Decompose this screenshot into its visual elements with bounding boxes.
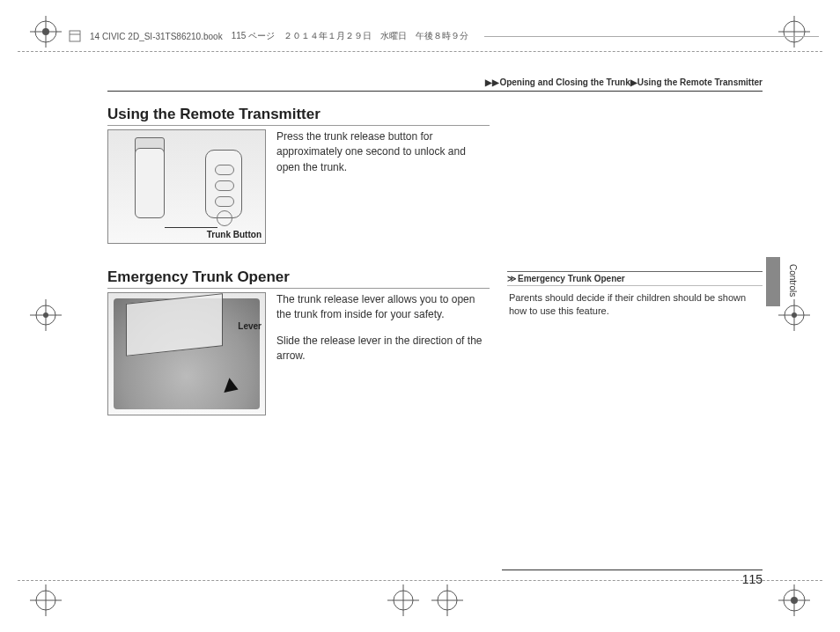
breadcrumb-part2: Using the Remote Transmitter <box>637 77 763 87</box>
svg-point-25 <box>791 597 798 604</box>
svg-rect-28 <box>70 31 80 41</box>
chapter-tab-label: Controls <box>788 264 798 297</box>
main-content: Using the Remote Transmitter Trunk Butto… <box>107 106 763 579</box>
breadcrumb-arrow-icon: ▶ <box>630 77 637 87</box>
reg-mark-icon <box>778 584 810 616</box>
page-number: 115 <box>502 570 763 586</box>
breadcrumb-arrow-icon: ▶▶ <box>485 77 499 87</box>
svg-point-11 <box>785 305 804 325</box>
note-title: Emergency Trunk Opener <box>518 274 625 283</box>
breadcrumb-part1: Opening and Closing the Trunk <box>499 77 630 87</box>
page-boundary-dashed <box>18 51 822 52</box>
section1-body: Press the trunk release button for appro… <box>276 129 488 175</box>
book-icon <box>69 30 81 42</box>
note-marker-icon: ≫ <box>507 274 516 283</box>
book-page-tag: 115 ページ <box>232 30 275 42</box>
section2-body2: Slide the release lever in the direction… <box>276 334 488 364</box>
svg-point-18 <box>394 591 413 610</box>
svg-point-0 <box>35 21 56 42</box>
remote-transmitter-illustration: Trunk Button <box>107 129 266 244</box>
svg-point-1 <box>42 28 49 35</box>
reg-mark-icon <box>387 584 419 616</box>
section1-title: Using the Remote Transmitter <box>107 106 490 126</box>
svg-point-12 <box>792 312 797 318</box>
reg-mark-icon <box>431 584 463 616</box>
reg-mark-icon <box>30 16 62 48</box>
book-filename: 14 CIVIC 2D_SI-31TS86210.book <box>90 32 223 41</box>
breadcrumb: ▶▶Opening and Closing the Trunk▶Using th… <box>107 77 763 92</box>
trunk-button-callout: Trunk Button <box>207 230 262 239</box>
emergency-trunk-illustration: Lever <box>107 292 266 415</box>
note-body: Parents should decide if their children … <box>507 286 763 324</box>
book-date-tag: ２０１４年１月２９日 水曜日 午後８時９分 <box>284 30 468 42</box>
reg-mark-icon <box>30 584 62 616</box>
svg-point-8 <box>43 312 48 318</box>
lever-callout: Lever <box>238 321 262 331</box>
svg-point-15 <box>36 591 55 610</box>
section2-body1: The trunk release lever allows you to op… <box>276 292 488 323</box>
reg-mark-icon <box>30 299 62 331</box>
chapter-tab <box>766 257 780 306</box>
book-header: 14 CIVIC 2D_SI-31TS86210.book 115 ページ ２０… <box>69 30 819 42</box>
reg-mark-icon <box>778 299 810 331</box>
sidebar-note: ≫ Emergency Trunk Opener Parents should … <box>507 271 763 324</box>
svg-point-24 <box>784 590 805 611</box>
svg-point-7 <box>36 305 55 325</box>
svg-point-21 <box>438 591 457 610</box>
section2-title: Emergency Trunk Opener <box>107 268 490 289</box>
